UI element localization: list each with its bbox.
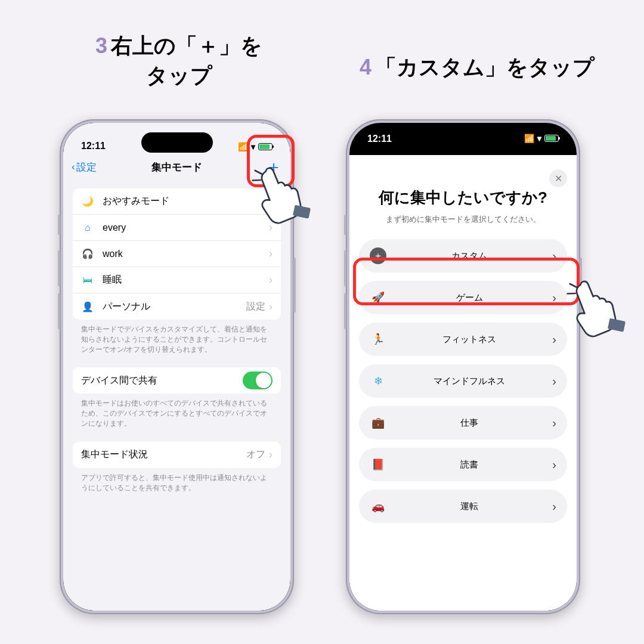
phone-frame-right: 12:11 📶 ▾ ✕ 何に集中したいですか? まず初めに集中モードを選択してく…: [346, 119, 580, 614]
option-icon: 📕: [370, 456, 386, 473]
option-icon: 💼: [370, 414, 386, 431]
focus-status-group: 集中モード状況 オフ ›: [73, 442, 281, 468]
focus-mode-row[interactable]: ⌂every›: [73, 215, 281, 241]
focus-mode-icon: 🌙: [81, 195, 94, 208]
option-label: カスタム: [395, 250, 544, 262]
option-icon: 🏃: [370, 331, 386, 348]
focus-mode-label: every: [103, 222, 261, 233]
focus-option-row[interactable]: 🚗運転›: [359, 490, 567, 523]
close-button[interactable]: ✕: [549, 169, 567, 187]
status-time: 12:11: [81, 141, 106, 151]
signal-icon: 📶: [524, 134, 534, 143]
step-4-heading: 4「カスタム」をタップ: [322, 52, 632, 82]
focus-option-row[interactable]: 💼仕事›: [359, 406, 567, 439]
option-label: ゲーム: [395, 292, 544, 304]
chevron-right-icon: ›: [269, 301, 273, 313]
focus-mode-row[interactable]: 🎧work›: [73, 241, 281, 267]
option-icon: ＋: [370, 247, 386, 264]
step-4-number: 4: [360, 55, 371, 79]
share-toggle-on[interactable]: [243, 371, 273, 389]
step-3-heading: 3右上の「＋」を タップ: [60, 31, 298, 91]
focus-status-row[interactable]: 集中モード状況 オフ ›: [73, 442, 281, 468]
share-across-devices-row[interactable]: デバイス間で共有: [73, 367, 281, 394]
option-icon: ❄: [370, 373, 386, 389]
focus-modes-list: 🌙おやすみモード›⌂every›🎧work›🛏睡眠›👤パーソナル設定›: [73, 188, 281, 320]
focus-option-row[interactable]: 🏃フィットネス›: [359, 323, 567, 356]
svg-line-2: [253, 178, 261, 182]
battery-icon: [258, 143, 273, 150]
chevron-right-icon: ›: [269, 247, 273, 260]
svg-line-5: [568, 292, 575, 296]
focus-mode-label: 睡眠: [103, 274, 261, 286]
chevron-right-icon: ›: [552, 416, 556, 430]
focus-mode-icon: 👤: [81, 300, 94, 313]
chevron-right-icon: ›: [552, 500, 556, 513]
chevron-right-icon: ›: [269, 448, 273, 461]
sheet-title: 何に集中したいですか?: [359, 187, 567, 208]
chevron-right-icon: ›: [552, 249, 556, 263]
option-icon: 🚀: [370, 289, 386, 306]
chevron-right-icon: ›: [552, 291, 556, 305]
focus-option-row[interactable]: ❄マインドフルネス›: [359, 364, 567, 398]
share-footer-text: 集中モードはお使いのすべてのデバイスで共有されているため、このデバイスでオンにす…: [73, 394, 281, 429]
focus-option-row[interactable]: 📕読書›: [359, 448, 567, 481]
dynamic-island: [428, 132, 499, 153]
focus-mode-label: おやすみモード: [103, 195, 261, 208]
focus-mode-icon: ⌂: [81, 221, 94, 234]
focus-option-row[interactable]: 🚀ゲーム›: [359, 281, 567, 314]
wifi-icon: ▾: [537, 134, 541, 143]
dynamic-island: [141, 132, 213, 153]
option-label: 運転: [395, 501, 544, 512]
focus-mode-row[interactable]: 🛏睡眠›: [73, 267, 281, 293]
option-label: 仕事: [395, 417, 544, 429]
option-label: マインドフルネス: [395, 376, 544, 387]
modes-footer-text: 集中モードでデバイスをカスタマイズして、着信と通知を知らされないようにすることが…: [73, 320, 281, 355]
focus-mode-label: パーソナル: [103, 301, 238, 313]
status-time: 12:11: [367, 134, 392, 144]
option-label: 読書: [395, 459, 544, 470]
focus-mode-icon: 🛏: [81, 274, 94, 287]
option-label: フィットネス: [395, 334, 544, 345]
chevron-right-icon: ›: [552, 458, 556, 472]
svg-line-1: [255, 169, 262, 175]
focus-status-value: オフ: [246, 448, 265, 461]
focus-mode-row[interactable]: 👤パーソナル設定›: [73, 293, 281, 320]
chevron-right-icon: ›: [552, 333, 556, 346]
svg-line-4: [570, 282, 577, 289]
chevron-right-icon: ›: [552, 374, 556, 388]
focus-picker-screen: 12:11 📶 ▾ ✕ 何に集中したいですか? まず初めに集中モードを選択してく…: [349, 123, 577, 611]
close-icon: ✕: [555, 173, 562, 184]
signal-icon: 📶: [238, 142, 248, 151]
share-group: デバイス間で共有: [73, 367, 281, 394]
option-icon: 🚗: [370, 498, 386, 515]
option-custom[interactable]: ＋カスタム›: [359, 239, 567, 273]
accessory-text: 設定: [246, 301, 265, 313]
back-button[interactable]: ‹ 設定: [72, 160, 97, 174]
status-icons: 📶 ▾: [524, 134, 559, 143]
sheet-subtitle: まず初めに集中モードを選択してください。: [359, 214, 567, 225]
chevron-left-icon: ‹: [72, 161, 75, 173]
focus-mode-icon: 🎧: [81, 247, 94, 261]
battery-icon: [544, 135, 559, 142]
step-3-number: 3: [95, 33, 107, 58]
wifi-icon: ▾: [251, 142, 255, 151]
focus-type-sheet: ✕ 何に集中したいですか? まず初めに集中モードを選択してください。 ＋カスタム…: [349, 160, 577, 611]
chevron-right-icon: ›: [269, 274, 273, 286]
status-icons: 📶 ▾: [238, 142, 273, 151]
status-footer-text: アプリで許可すると、集中モード使用中は通知されないようにしていることを共有できま…: [73, 468, 281, 494]
focus-mode-label: work: [103, 249, 261, 259]
